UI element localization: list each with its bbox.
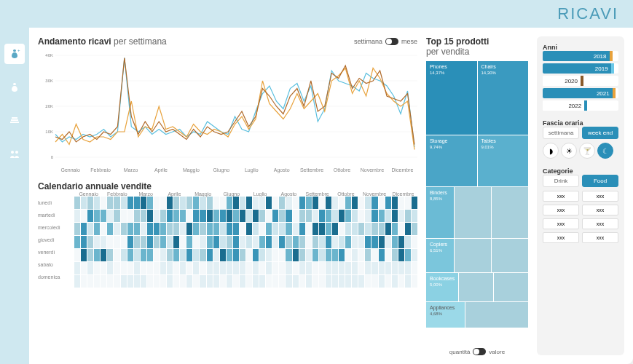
- heatmap-cell[interactable]: [379, 262, 385, 274]
- heatmap-cell[interactable]: [392, 249, 398, 261]
- heatmap-cell[interactable]: [339, 236, 345, 248]
- heatmap-cell[interactable]: [272, 262, 278, 274]
- heatmap-cell[interactable]: [114, 275, 119, 288]
- heatmap-cell[interactable]: [253, 275, 259, 288]
- heatmap-cell[interactable]: [345, 210, 351, 222]
- heatmap-cell[interactable]: [272, 275, 278, 288]
- heatmap-cell[interactable]: [259, 249, 265, 261]
- heatmap-cell[interactable]: [154, 249, 160, 261]
- heatmap-cell[interactable]: [253, 197, 259, 209]
- heatmap-cell[interactable]: [233, 236, 239, 248]
- heatmap-cell[interactable]: [371, 197, 377, 209]
- heatmap-cell[interactable]: [345, 262, 351, 274]
- cat-button[interactable]: xxx: [582, 218, 618, 229]
- heatmap-cell[interactable]: [358, 210, 364, 222]
- tree-bookcases[interactable]: Bookcases5,00%: [426, 273, 458, 301]
- heatmap-cell[interactable]: [259, 197, 265, 209]
- heatmap-cell[interactable]: [352, 197, 358, 209]
- heatmap-cell[interactable]: [74, 249, 80, 261]
- heatmap-cell[interactable]: [134, 210, 140, 222]
- heatmap-cell[interactable]: [207, 262, 213, 274]
- heatmap-cell[interactable]: [339, 197, 345, 209]
- linechart-toggle[interactable]: settimana mese: [354, 38, 417, 45]
- heatmap-cell[interactable]: [266, 236, 272, 248]
- heatmap-cell[interactable]: [233, 197, 239, 209]
- heatmap-cell[interactable]: [345, 236, 351, 248]
- heatmap-cell[interactable]: [200, 210, 205, 222]
- heatmap-cell[interactable]: [107, 210, 113, 222]
- heatmap-cell[interactable]: [312, 275, 318, 288]
- heatmap-cell[interactable]: [147, 236, 153, 248]
- heatmap-cell[interactable]: [371, 210, 377, 222]
- heatmap-cell[interactable]: [101, 262, 106, 274]
- heatmap-cell[interactable]: [193, 236, 199, 248]
- heatmap-cell[interactable]: [207, 223, 213, 235]
- heatmap-cell[interactable]: [385, 249, 391, 261]
- heatmap-cell[interactable]: [266, 275, 272, 288]
- heatmap-cell[interactable]: [332, 210, 338, 222]
- tree-small[interactable]: [455, 187, 491, 238]
- cat-pill[interactable]: Food: [582, 175, 618, 187]
- tree-storage[interactable]: Storage9,74%: [426, 135, 477, 186]
- heatmap-cell[interactable]: [352, 275, 358, 288]
- heatmap-cell[interactable]: [352, 262, 358, 274]
- heatmap-cell[interactable]: [339, 223, 345, 235]
- heatmap-cell[interactable]: [365, 210, 371, 222]
- heatmap-cell[interactable]: [332, 236, 338, 248]
- heatmap-cell[interactable]: [94, 262, 100, 274]
- heatmap-cell[interactable]: [299, 249, 305, 261]
- heatmap-cell[interactable]: [286, 223, 291, 235]
- heatmap-cell[interactable]: [81, 223, 87, 235]
- heatmap-cell[interactable]: [365, 223, 371, 235]
- heatmap-cell[interactable]: [405, 223, 411, 235]
- heatmap-cell[interactable]: [385, 236, 391, 248]
- heatmap-cell[interactable]: [266, 223, 272, 235]
- heatmap-cell[interactable]: [379, 249, 385, 261]
- heatmap-cell[interactable]: [186, 262, 192, 274]
- heatmap-cell[interactable]: [352, 223, 358, 235]
- heatmap-cell[interactable]: [365, 275, 371, 288]
- cat-button[interactable]: xxx: [582, 205, 618, 215]
- heatmap-cell[interactable]: [127, 223, 133, 235]
- heatmap-cell[interactable]: [286, 249, 291, 261]
- tree-small[interactable]: [459, 273, 493, 301]
- heatmap-cell[interactable]: [405, 210, 411, 222]
- year-bar[interactable]: 2022: [543, 100, 618, 111]
- heatmap-cell[interactable]: [81, 249, 87, 261]
- heatmap-cell[interactable]: [213, 236, 219, 248]
- heatmap-cell[interactable]: [186, 249, 192, 261]
- heatmap-cell[interactable]: [121, 236, 127, 248]
- heatmap-cell[interactable]: [227, 197, 232, 209]
- heatmap-cell[interactable]: [332, 249, 338, 261]
- heatmap-cell[interactable]: [312, 197, 318, 209]
- treemap-toggle[interactable]: quantità valore: [426, 348, 528, 355]
- heatmap-cell[interactable]: [220, 262, 226, 274]
- heatmap-cell[interactable]: [266, 262, 272, 274]
- heatmap-cell[interactable]: [240, 249, 245, 261]
- heatmap-cell[interactable]: [412, 249, 417, 261]
- heatmap-cell[interactable]: [358, 275, 364, 288]
- heatmap-cell[interactable]: [339, 210, 345, 222]
- heatmap-cell[interactable]: [107, 249, 113, 261]
- heatmap-cell[interactable]: [240, 210, 245, 222]
- tree-small[interactable]: [492, 239, 528, 273]
- heatmap-cell[interactable]: [193, 249, 199, 261]
- heatmap-cell[interactable]: [286, 262, 291, 274]
- heatmap-cell[interactable]: [207, 275, 213, 288]
- heatmap-cell[interactable]: [345, 275, 351, 288]
- heatmap-cell[interactable]: [392, 223, 398, 235]
- toggle-switch[interactable]: [385, 38, 398, 45]
- heatmap-cell[interactable]: [398, 262, 404, 274]
- heatmap-cell[interactable]: [253, 262, 259, 274]
- sidebar-money-plus-icon[interactable]: +: [4, 44, 25, 64]
- heatmap-cell[interactable]: [101, 210, 106, 222]
- heatmap-cell[interactable]: [114, 197, 119, 209]
- heatmap-cell[interactable]: [279, 249, 285, 261]
- heatmap-cell[interactable]: [379, 275, 385, 288]
- heatmap-cell[interactable]: [200, 197, 205, 209]
- heatmap-cell[interactable]: [365, 249, 371, 261]
- heatmap-cell[interactable]: [160, 275, 166, 288]
- heatmap-cell[interactable]: [379, 223, 385, 235]
- heatmap-cell[interactable]: [332, 262, 338, 274]
- heatmap-cell[interactable]: [385, 262, 391, 274]
